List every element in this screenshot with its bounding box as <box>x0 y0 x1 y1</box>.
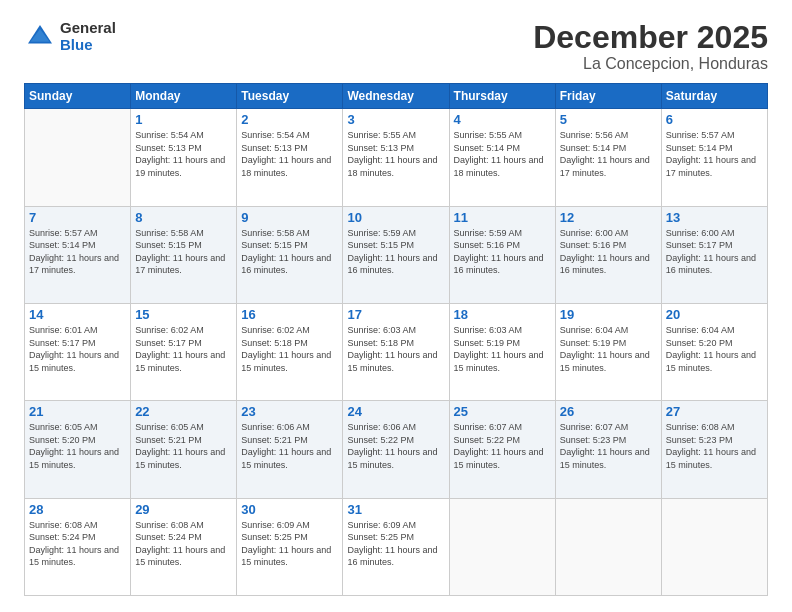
sun-info: Sunrise: 6:08 AM Sunset: 5:24 PM Dayligh… <box>29 519 126 569</box>
table-row: 25Sunrise: 6:07 AM Sunset: 5:22 PM Dayli… <box>449 401 555 498</box>
table-row: 3Sunrise: 5:55 AM Sunset: 5:13 PM Daylig… <box>343 109 449 206</box>
table-row: 22Sunrise: 6:05 AM Sunset: 5:21 PM Dayli… <box>131 401 237 498</box>
logo-icon <box>24 21 56 53</box>
calendar-week-row: 1Sunrise: 5:54 AM Sunset: 5:13 PM Daylig… <box>25 109 768 206</box>
day-number: 23 <box>241 404 338 419</box>
table-row: 11Sunrise: 5:59 AM Sunset: 5:16 PM Dayli… <box>449 206 555 303</box>
day-number: 19 <box>560 307 657 322</box>
sun-info: Sunrise: 5:55 AM Sunset: 5:14 PM Dayligh… <box>454 129 551 179</box>
table-row: 19Sunrise: 6:04 AM Sunset: 5:19 PM Dayli… <box>555 303 661 400</box>
day-number: 12 <box>560 210 657 225</box>
table-row <box>25 109 131 206</box>
day-number: 1 <box>135 112 232 127</box>
sun-info: Sunrise: 5:55 AM Sunset: 5:13 PM Dayligh… <box>347 129 444 179</box>
header: General Blue December 2025 La Concepcion… <box>24 20 768 73</box>
col-friday: Friday <box>555 84 661 109</box>
table-row: 13Sunrise: 6:00 AM Sunset: 5:17 PM Dayli… <box>661 206 767 303</box>
day-number: 2 <box>241 112 338 127</box>
day-number: 3 <box>347 112 444 127</box>
day-number: 14 <box>29 307 126 322</box>
table-row: 9Sunrise: 5:58 AM Sunset: 5:15 PM Daylig… <box>237 206 343 303</box>
sun-info: Sunrise: 6:06 AM Sunset: 5:21 PM Dayligh… <box>241 421 338 471</box>
table-row: 6Sunrise: 5:57 AM Sunset: 5:14 PM Daylig… <box>661 109 767 206</box>
sun-info: Sunrise: 5:57 AM Sunset: 5:14 PM Dayligh… <box>29 227 126 277</box>
table-row: 20Sunrise: 6:04 AM Sunset: 5:20 PM Dayli… <box>661 303 767 400</box>
sun-info: Sunrise: 5:54 AM Sunset: 5:13 PM Dayligh… <box>241 129 338 179</box>
logo: General Blue <box>24 20 116 53</box>
day-number: 27 <box>666 404 763 419</box>
sun-info: Sunrise: 6:02 AM Sunset: 5:18 PM Dayligh… <box>241 324 338 374</box>
day-number: 31 <box>347 502 444 517</box>
table-row: 29Sunrise: 6:08 AM Sunset: 5:24 PM Dayli… <box>131 498 237 595</box>
sun-info: Sunrise: 6:00 AM Sunset: 5:16 PM Dayligh… <box>560 227 657 277</box>
logo-blue-text: Blue <box>60 37 116 54</box>
day-number: 10 <box>347 210 444 225</box>
sun-info: Sunrise: 6:03 AM Sunset: 5:18 PM Dayligh… <box>347 324 444 374</box>
sun-info: Sunrise: 6:09 AM Sunset: 5:25 PM Dayligh… <box>347 519 444 569</box>
day-number: 30 <box>241 502 338 517</box>
sun-info: Sunrise: 6:03 AM Sunset: 5:19 PM Dayligh… <box>454 324 551 374</box>
col-monday: Monday <box>131 84 237 109</box>
sun-info: Sunrise: 6:01 AM Sunset: 5:17 PM Dayligh… <box>29 324 126 374</box>
table-row: 28Sunrise: 6:08 AM Sunset: 5:24 PM Dayli… <box>25 498 131 595</box>
sun-info: Sunrise: 6:00 AM Sunset: 5:17 PM Dayligh… <box>666 227 763 277</box>
logo-general-text: General <box>60 20 116 37</box>
table-row: 12Sunrise: 6:00 AM Sunset: 5:16 PM Dayli… <box>555 206 661 303</box>
calendar-header-row: Sunday Monday Tuesday Wednesday Thursday… <box>25 84 768 109</box>
table-row: 24Sunrise: 6:06 AM Sunset: 5:22 PM Dayli… <box>343 401 449 498</box>
day-number: 15 <box>135 307 232 322</box>
day-number: 8 <box>135 210 232 225</box>
table-row <box>555 498 661 595</box>
table-row: 1Sunrise: 5:54 AM Sunset: 5:13 PM Daylig… <box>131 109 237 206</box>
day-number: 24 <box>347 404 444 419</box>
day-number: 21 <box>29 404 126 419</box>
day-number: 18 <box>454 307 551 322</box>
table-row: 4Sunrise: 5:55 AM Sunset: 5:14 PM Daylig… <box>449 109 555 206</box>
day-number: 4 <box>454 112 551 127</box>
sun-info: Sunrise: 6:07 AM Sunset: 5:23 PM Dayligh… <box>560 421 657 471</box>
day-number: 26 <box>560 404 657 419</box>
calendar-table: Sunday Monday Tuesday Wednesday Thursday… <box>24 83 768 596</box>
sun-info: Sunrise: 6:02 AM Sunset: 5:17 PM Dayligh… <box>135 324 232 374</box>
sun-info: Sunrise: 5:58 AM Sunset: 5:15 PM Dayligh… <box>241 227 338 277</box>
table-row <box>661 498 767 595</box>
day-number: 11 <box>454 210 551 225</box>
sun-info: Sunrise: 6:05 AM Sunset: 5:20 PM Dayligh… <box>29 421 126 471</box>
sun-info: Sunrise: 6:06 AM Sunset: 5:22 PM Dayligh… <box>347 421 444 471</box>
day-number: 13 <box>666 210 763 225</box>
day-number: 9 <box>241 210 338 225</box>
table-row <box>449 498 555 595</box>
table-row: 2Sunrise: 5:54 AM Sunset: 5:13 PM Daylig… <box>237 109 343 206</box>
day-number: 28 <box>29 502 126 517</box>
sun-info: Sunrise: 6:04 AM Sunset: 5:20 PM Dayligh… <box>666 324 763 374</box>
sun-info: Sunrise: 5:57 AM Sunset: 5:14 PM Dayligh… <box>666 129 763 179</box>
col-tuesday: Tuesday <box>237 84 343 109</box>
sun-info: Sunrise: 6:04 AM Sunset: 5:19 PM Dayligh… <box>560 324 657 374</box>
sun-info: Sunrise: 5:56 AM Sunset: 5:14 PM Dayligh… <box>560 129 657 179</box>
table-row: 31Sunrise: 6:09 AM Sunset: 5:25 PM Dayli… <box>343 498 449 595</box>
table-row: 15Sunrise: 6:02 AM Sunset: 5:17 PM Dayli… <box>131 303 237 400</box>
sun-info: Sunrise: 5:59 AM Sunset: 5:16 PM Dayligh… <box>454 227 551 277</box>
table-row: 30Sunrise: 6:09 AM Sunset: 5:25 PM Dayli… <box>237 498 343 595</box>
calendar-week-row: 21Sunrise: 6:05 AM Sunset: 5:20 PM Dayli… <box>25 401 768 498</box>
table-row: 17Sunrise: 6:03 AM Sunset: 5:18 PM Dayli… <box>343 303 449 400</box>
day-number: 5 <box>560 112 657 127</box>
day-number: 6 <box>666 112 763 127</box>
table-row: 7Sunrise: 5:57 AM Sunset: 5:14 PM Daylig… <box>25 206 131 303</box>
table-row: 18Sunrise: 6:03 AM Sunset: 5:19 PM Dayli… <box>449 303 555 400</box>
logo-text: General Blue <box>60 20 116 53</box>
month-title: December 2025 <box>533 20 768 55</box>
table-row: 8Sunrise: 5:58 AM Sunset: 5:15 PM Daylig… <box>131 206 237 303</box>
day-number: 22 <box>135 404 232 419</box>
table-row: 26Sunrise: 6:07 AM Sunset: 5:23 PM Dayli… <box>555 401 661 498</box>
sun-info: Sunrise: 6:08 AM Sunset: 5:23 PM Dayligh… <box>666 421 763 471</box>
title-block: December 2025 La Concepcion, Honduras <box>533 20 768 73</box>
sun-info: Sunrise: 6:08 AM Sunset: 5:24 PM Dayligh… <box>135 519 232 569</box>
page: General Blue December 2025 La Concepcion… <box>0 0 792 612</box>
sun-info: Sunrise: 6:05 AM Sunset: 5:21 PM Dayligh… <box>135 421 232 471</box>
table-row: 23Sunrise: 6:06 AM Sunset: 5:21 PM Dayli… <box>237 401 343 498</box>
table-row: 14Sunrise: 6:01 AM Sunset: 5:17 PM Dayli… <box>25 303 131 400</box>
table-row: 5Sunrise: 5:56 AM Sunset: 5:14 PM Daylig… <box>555 109 661 206</box>
col-saturday: Saturday <box>661 84 767 109</box>
col-thursday: Thursday <box>449 84 555 109</box>
